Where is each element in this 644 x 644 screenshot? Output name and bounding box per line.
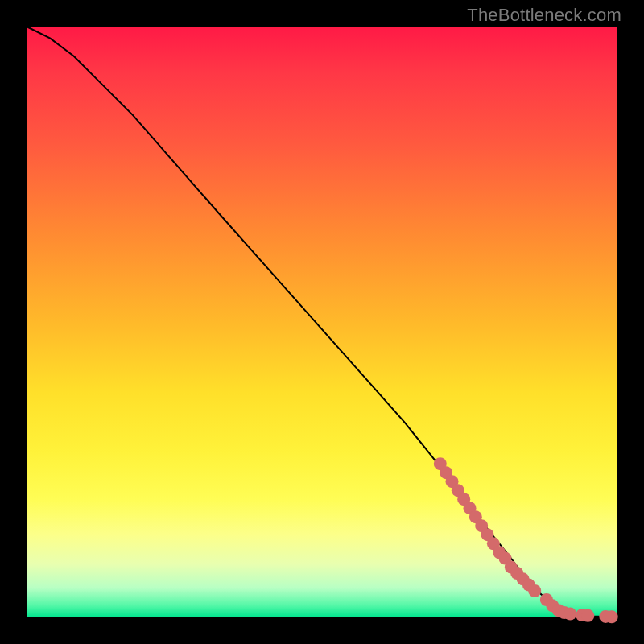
chart-svg	[27, 27, 617, 617]
watermark-text: TheBottleneck.com	[467, 5, 621, 26]
chart-point	[581, 609, 594, 622]
chart-plot-area	[27, 27, 617, 617]
chart-frame: TheBottleneck.com	[0, 0, 644, 644]
chart-point	[564, 608, 576, 621]
chart-point	[528, 584, 541, 597]
chart-scatter-group	[434, 457, 618, 623]
chart-point	[605, 610, 618, 623]
chart-curve	[27, 27, 617, 617]
